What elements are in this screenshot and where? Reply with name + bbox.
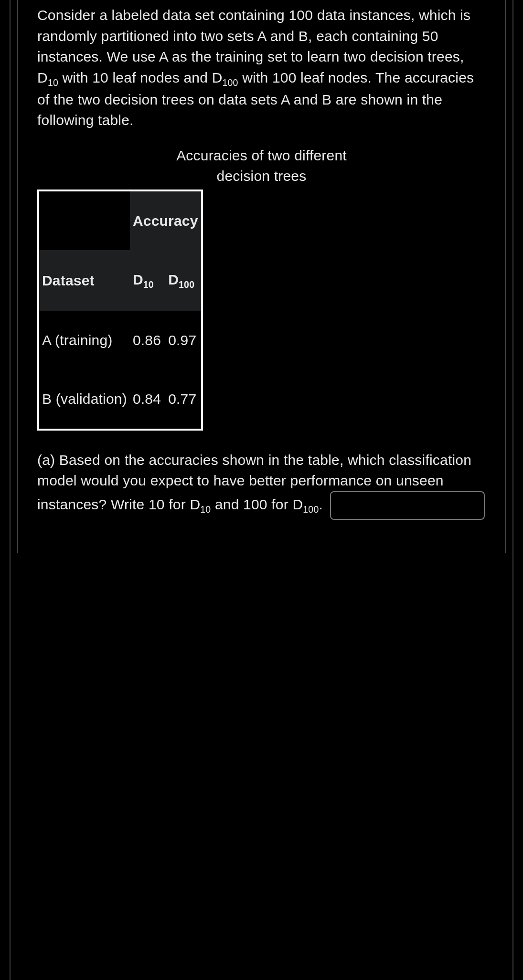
table-header-dataset: Dataset (38, 250, 130, 310)
table-row: A (training) 0.86 0.97 (38, 311, 202, 370)
table-header-accuracy: Accuracy (130, 190, 202, 251)
answer-input[interactable] (330, 491, 485, 520)
row-b-d100: 0.77 (165, 369, 202, 430)
q-a-text-3: . (319, 496, 327, 512)
table-blank-cell (38, 190, 130, 251)
q-a-text-2: and 100 for D (211, 496, 303, 512)
intro-sub-10: 10 (48, 77, 58, 88)
table-header-group-row: Accuracy (38, 190, 202, 251)
table-row: B (validation) 0.84 0.77 (38, 369, 202, 430)
row-b-d10: 0.84 (130, 369, 165, 430)
intro-paragraph: Consider a labeled data set containing 1… (37, 5, 486, 131)
table-header-d100: D100 (165, 250, 202, 310)
d100-sub: 100 (179, 279, 194, 290)
row-a-label: A (training) (38, 311, 130, 370)
q-a-sub-10: 10 (200, 504, 211, 514)
intro-sub-100: 100 (223, 77, 238, 88)
row-a-d10: 0.86 (130, 311, 165, 370)
q-a-sub-100: 100 (303, 504, 319, 514)
table-header-d10: D10 (130, 250, 165, 310)
page-frame-inner: Consider a labeled data set containing 1… (17, 0, 506, 553)
d100-pre: D (168, 272, 179, 287)
intro-text-2: with 10 leaf nodes and D (58, 70, 223, 85)
page-frame-outer: Consider a labeled data set containing 1… (10, 0, 513, 980)
d10-sub: 10 (143, 279, 154, 290)
table-header-row: Dataset D10 D100 (38, 250, 202, 310)
row-a-d100: 0.97 (165, 311, 202, 370)
table-caption: Accuracies of two different decision tre… (152, 145, 372, 187)
accuracy-table: Accuracy Dataset D10 D100 A (training) 0… (37, 190, 203, 431)
row-b-label: B (validation) (38, 369, 130, 430)
d10-pre: D (133, 272, 143, 287)
question-a-paragraph: (a) Based on the accuracies shown in the… (37, 450, 486, 520)
